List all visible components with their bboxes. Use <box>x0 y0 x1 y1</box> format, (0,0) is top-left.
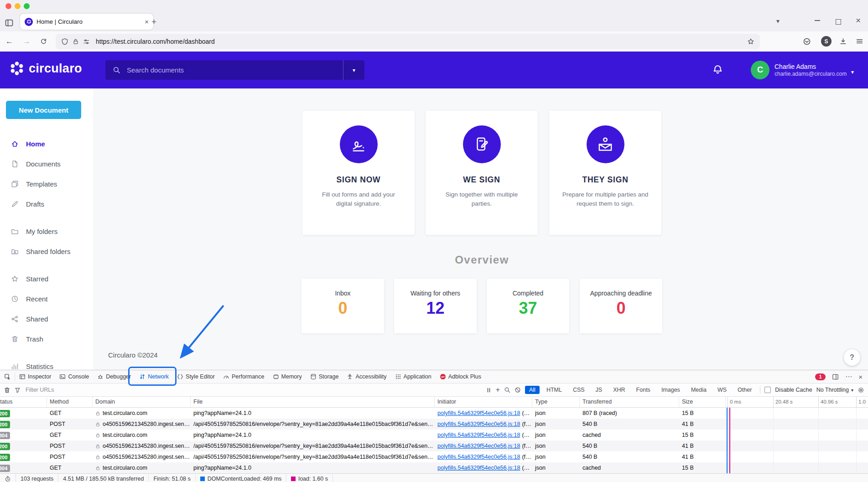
filter-pill-fonts[interactable]: Fonts <box>632 386 655 394</box>
filter-pill-xhr[interactable]: XHR <box>609 386 629 394</box>
network-request-row[interactable]: 304GETtest.circularo.comping?appName=24.… <box>0 462 868 473</box>
action-card-we-sign[interactable]: WE SIGNSign together with multiple parti… <box>426 111 538 235</box>
account-badge-icon[interactable]: S <box>821 36 832 47</box>
circularo-logo[interactable]: circularo <box>9 61 82 76</box>
tracking-shield-icon[interactable] <box>61 38 68 45</box>
network-settings-gear-icon[interactable] <box>858 387 864 394</box>
search-bar[interactable]: ▾ <box>105 60 364 80</box>
column-header-transferred[interactable]: Transferred <box>580 397 679 407</box>
network-request-row[interactable]: 200POSTo4505159621345280.ingest.sent…/ap… <box>0 441 868 451</box>
user-avatar[interactable]: C <box>751 61 769 79</box>
initiator-link[interactable]: polyfills.54a6329f54ec0e56.js:18 <box>437 443 520 449</box>
url-bar[interactable]: https://test.circularo.com/home/dashboar… <box>56 34 760 49</box>
stat-card-completed[interactable]: Completed37 <box>487 279 569 333</box>
column-header-waterfall[interactable]: 0 ms20.48 s40.96 s1.0 <box>726 397 868 407</box>
back-icon[interactable]: ← <box>5 36 13 47</box>
sidebar-item-shared-folders[interactable]: Shared folders <box>0 241 93 261</box>
filter-pill-css[interactable]: CSS <box>569 386 589 394</box>
column-header-domain[interactable]: Domain <box>93 397 191 407</box>
filter-pill-other[interactable]: Other <box>733 386 756 394</box>
user-menu-chevron-icon[interactable]: ▾ <box>851 69 854 75</box>
column-header-status[interactable]: Status <box>0 397 47 407</box>
search-options-chevron-icon[interactable]: ▾ <box>343 67 364 73</box>
add-icon[interactable]: + <box>496 386 500 394</box>
sidebar-item-statistics[interactable]: Statistics <box>0 356 93 370</box>
column-header-type[interactable]: Type <box>532 397 580 407</box>
action-card-they-sign[interactable]: THEY SIGNPrepare for multiple parties an… <box>549 111 661 235</box>
filter-pill-ws[interactable]: WS <box>713 386 731 394</box>
user-info[interactable]: Charlie Adams charlie.adams@circularo.co… <box>774 62 847 78</box>
list-all-tabs-icon[interactable]: ▾ <box>776 17 780 25</box>
network-request-row[interactable]: 200POSTo4505159621345280.ingest.sent…/ap… <box>0 451 868 462</box>
window-minimize-icon[interactable] <box>815 16 820 21</box>
stat-card-inbox[interactable]: Inbox0 <box>301 279 384 333</box>
macos-minimize-traffic-light[interactable] <box>15 3 21 9</box>
initiator-link[interactable]: polyfills.54a6329f54ec0e56.js:18 <box>437 454 520 460</box>
search-requests-icon[interactable] <box>504 387 510 393</box>
https-lock-icon[interactable] <box>73 38 79 45</box>
clear-requests-icon[interactable] <box>4 387 10 394</box>
new-tab-button[interactable]: + <box>151 17 156 27</box>
devtools-close-icon[interactable]: × <box>858 373 863 381</box>
filter-pill-media[interactable]: Media <box>687 386 711 394</box>
devtools-tab-inspector[interactable]: Inspector <box>15 370 55 383</box>
sidebar-item-my-folders[interactable]: My folders <box>0 221 93 241</box>
column-header-file[interactable]: File <box>191 397 435 407</box>
filter-pill-js[interactable]: JS <box>592 386 607 394</box>
stat-card-approaching-deadline[interactable]: Approaching deadline0 <box>580 279 662 333</box>
column-header-method[interactable]: Method <box>47 397 93 407</box>
pause-icon[interactable] <box>486 387 492 393</box>
search-input[interactable] <box>126 66 343 74</box>
column-header-initiator[interactable]: Initiator <box>435 397 532 407</box>
initiator-link[interactable]: polyfills.54a6329f54ec0e56.js:18 <box>437 410 520 416</box>
firefox-view-icon[interactable] <box>5 18 14 27</box>
help-button[interactable]: ? <box>844 349 860 366</box>
sidebar-item-templates[interactable]: Templates <box>0 174 93 194</box>
throttling-select[interactable]: No Throttling ▾ <box>816 387 853 393</box>
devtools-tab-storage[interactable]: Storage <box>306 370 343 383</box>
disable-cache-label[interactable]: Disable Cache <box>775 387 812 393</box>
stat-card-waiting-for-others[interactable]: Waiting for others12 <box>394 279 477 333</box>
performance-analysis-icon[interactable] <box>5 476 11 482</box>
sidebar-item-trash[interactable]: Trash <box>0 329 93 349</box>
sidebar-item-drafts[interactable]: Drafts <box>0 194 93 214</box>
devtools-tab-application[interactable]: Application <box>391 370 436 383</box>
new-document-button[interactable]: New Document <box>6 101 81 119</box>
hamburger-menu-icon[interactable] <box>856 37 863 45</box>
window-maximize-icon[interactable] <box>836 19 841 25</box>
sidebar-item-home[interactable]: Home <box>0 134 93 154</box>
network-request-row[interactable]: 304GETtest.circularo.comping?appName=24.… <box>0 430 868 441</box>
devtools-tab-performance[interactable]: Performance <box>219 370 269 383</box>
sidebar-item-recent[interactable]: Recent <box>0 289 93 309</box>
filter-urls-input[interactable] <box>25 386 482 394</box>
sidebar-item-documents[interactable]: Documents <box>0 154 93 174</box>
network-request-row[interactable]: 200GETtest.circularo.comping?appName=24.… <box>0 408 868 419</box>
error-count-badge[interactable]: 1 <box>815 373 826 380</box>
devtools-tab-console[interactable]: Console <box>55 370 93 383</box>
block-requests-icon[interactable] <box>515 387 521 393</box>
network-request-row[interactable]: 200POSTo4505159621345280.ingest.sent…/ap… <box>0 419 868 430</box>
window-close-icon[interactable]: × <box>856 16 861 26</box>
bookmark-star-icon[interactable] <box>747 38 754 45</box>
devtools-tab-accessibility[interactable]: Accessibility <box>343 370 390 383</box>
download-icon[interactable] <box>839 37 847 45</box>
sidebar-item-shared[interactable]: Shared <box>0 309 93 329</box>
filter-pill-all[interactable]: All <box>525 386 540 394</box>
initiator-link[interactable]: polyfills.54a6329f54ec0e56.js:18 <box>437 465 520 471</box>
initiator-link[interactable]: polyfills.54a6329f54ec0e56.js:18 <box>437 432 520 438</box>
url-text[interactable]: https://test.circularo.com/home/dashboar… <box>96 38 743 45</box>
element-picker-icon[interactable] <box>0 373 15 381</box>
forward-icon[interactable]: → <box>23 36 31 47</box>
action-card-sign-now[interactable]: SIGN NOWFill out forms and add your digi… <box>302 111 415 235</box>
initiator-link[interactable]: polyfills.54a6329f54ec0e56.js:18 <box>437 421 520 427</box>
devtools-tab-style-editor[interactable]: Style Editor <box>173 370 219 383</box>
sidebar-item-starred[interactable]: Starred <box>0 269 93 289</box>
tab-close-icon[interactable]: × <box>145 18 149 25</box>
devtools-tab-memory[interactable]: Memory <box>269 370 306 383</box>
devtools-menu-icon[interactable]: ⋯ <box>845 373 852 381</box>
filter-pill-html[interactable]: HTML <box>542 386 566 394</box>
reload-icon[interactable] <box>40 38 47 45</box>
permissions-icon[interactable] <box>83 38 90 45</box>
notifications-bell-icon[interactable] <box>712 64 723 75</box>
filter-pill-images[interactable]: Images <box>657 386 684 394</box>
